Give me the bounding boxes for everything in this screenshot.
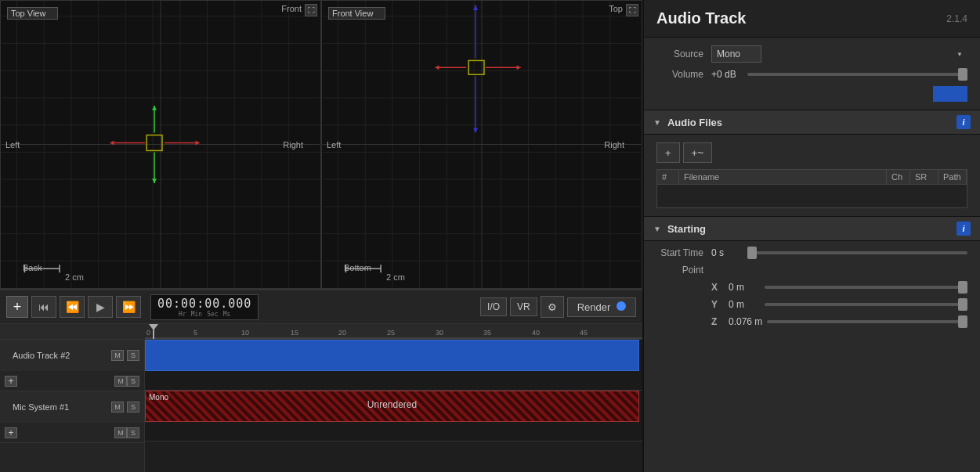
add-button[interactable]: + bbox=[6, 296, 28, 318]
source-volume-section: Source Mono Stereo ▼ Volume +0 dB bbox=[644, 38, 980, 110]
audio-files-info-button[interactable]: i bbox=[956, 115, 971, 129]
play-button[interactable]: ▶ bbox=[88, 296, 113, 318]
track-block-mono-label: Mono bbox=[149, 393, 168, 402]
ruler-row: 0 5 10 15 20 25 30 35 40 45 bbox=[145, 324, 642, 340]
timecode-value: 00:00:00.000 bbox=[157, 297, 251, 311]
timeline-area: Audio Track #2 M S + M S Mic System #1 bbox=[0, 324, 642, 472]
x-slider[interactable] bbox=[765, 286, 967, 289]
viewport-topright-expand[interactable]: ⛶ bbox=[626, 4, 638, 16]
svg-text:35: 35 bbox=[483, 329, 491, 337]
blue-action-button[interactable] bbox=[933, 86, 967, 102]
track-add-2[interactable]: + bbox=[5, 427, 17, 438]
track-mute-1[interactable]: M bbox=[111, 350, 124, 361]
col-sr: SR bbox=[910, 170, 938, 184]
x-value: 0 m bbox=[729, 282, 760, 293]
volume-label: Volume bbox=[656, 69, 711, 80]
track-mute-sub-1[interactable]: M bbox=[114, 376, 127, 387]
tracks-header: Audio Track #2 M S + M S Mic System #1 bbox=[0, 324, 145, 472]
z-field-group: Z 0.076 m bbox=[711, 316, 967, 327]
track-item-1: Audio Track #2 M S + M S bbox=[0, 340, 144, 391]
col-filename: Filename bbox=[679, 170, 887, 184]
timeline-content: 0 5 10 15 20 25 30 35 40 45 bbox=[145, 324, 642, 472]
io-button[interactable]: I/O bbox=[480, 297, 507, 316]
viewport-topleft-expand[interactable]: ⛶ bbox=[305, 4, 317, 16]
viewport-top-left[interactable]: Top View Front Left Right Back 2 cm ⛶ bbox=[0, 0, 321, 289]
viewport-topleft-label-br: Back bbox=[23, 263, 42, 272]
point-x-row: X 0 m bbox=[656, 282, 967, 293]
source-select[interactable]: Mono Stereo bbox=[711, 45, 761, 63]
volume-value: +0 dB bbox=[711, 69, 743, 80]
source-row: Source Mono Stereo ▼ bbox=[656, 45, 967, 63]
track-solo-1[interactable]: S bbox=[127, 350, 139, 361]
audio-files-section-header[interactable]: ▼ Audio Files i bbox=[644, 110, 980, 135]
y-slider[interactable] bbox=[765, 303, 967, 306]
start-time-value: 0 s bbox=[711, 247, 743, 258]
track-solo-sub-2[interactable]: S bbox=[127, 427, 139, 438]
track-mute-2[interactable]: M bbox=[111, 402, 124, 413]
start-time-slider-thumb[interactable] bbox=[747, 247, 757, 259]
svg-text:20: 20 bbox=[338, 329, 346, 337]
y-slider-thumb[interactable] bbox=[958, 298, 967, 311]
x-slider-container: 0 m bbox=[729, 282, 967, 293]
start-time-label: Start Time bbox=[656, 247, 711, 258]
col-number: # bbox=[657, 170, 679, 184]
playhead bbox=[153, 324, 154, 339]
fast-forward-button[interactable]: ⏩ bbox=[116, 296, 141, 318]
viewport-topleft-label-right: Right bbox=[283, 140, 303, 150]
source-select-wrapper: Mono Stereo ▼ bbox=[711, 45, 967, 63]
track-lane-1[interactable] bbox=[145, 340, 642, 391]
starting-toggle-icon: ▼ bbox=[653, 225, 661, 233]
source-select-arrow: ▼ bbox=[956, 51, 963, 58]
track-solo-2[interactable]: S bbox=[127, 402, 139, 413]
start-time-slider-container: 0 s bbox=[711, 247, 967, 258]
audio-files-table-body bbox=[656, 185, 967, 208]
start-time-slider[interactable] bbox=[747, 251, 967, 254]
track-header-2: Mic System #1 M S bbox=[0, 391, 144, 423]
svg-rect-23 bbox=[146, 135, 162, 151]
track-solo-sub-1[interactable]: S bbox=[127, 376, 139, 387]
timecode-labels: HrMinSecMs bbox=[179, 311, 230, 318]
playhead-triangle bbox=[149, 324, 158, 330]
starting-section-header[interactable]: ▼ Starting i bbox=[644, 217, 980, 241]
z-slider[interactable] bbox=[767, 320, 967, 323]
x-slider-thumb[interactable] bbox=[958, 281, 967, 294]
y-axis-label: Y bbox=[711, 299, 724, 310]
panel-title: Audio Track bbox=[656, 9, 746, 27]
track-add-1[interactable]: + bbox=[5, 376, 17, 387]
point-z-row: Z 0.076 m bbox=[656, 316, 967, 327]
source-label: Source bbox=[656, 49, 711, 59]
volume-slider[interactable] bbox=[747, 73, 967, 76]
add-audio-wave-button[interactable]: +~ bbox=[683, 142, 713, 163]
starting-info-button[interactable]: i bbox=[956, 222, 971, 236]
viewport-top-right[interactable]: Front View Top Left Right Bottom 2 cm ⛶ bbox=[321, 0, 642, 289]
vr-button[interactable]: VR bbox=[510, 297, 537, 316]
z-slider-thumb[interactable] bbox=[958, 315, 967, 328]
render-button[interactable]: Render bbox=[567, 297, 636, 317]
volume-slider-thumb[interactable] bbox=[958, 68, 967, 81]
track-lane-2[interactable]: Mono Unrendered bbox=[145, 391, 642, 441]
rewind-start-button[interactable]: ⏮ bbox=[31, 296, 56, 318]
add-audio-file-button[interactable]: + bbox=[656, 142, 680, 163]
track-item-2: Mic System #1 M S + M S bbox=[0, 391, 144, 443]
viewport-topleft-dropdown[interactable]: Top View bbox=[7, 7, 58, 20]
audio-files-buttons: + +~ bbox=[656, 142, 967, 163]
audio-files-content: + +~ # Filename Ch SR Path bbox=[644, 135, 980, 217]
viewport-topright-label-left: Left bbox=[327, 140, 341, 150]
viewport-topright-dropdown[interactable]: Front View bbox=[328, 7, 385, 20]
y-slider-container: 0 m bbox=[729, 299, 967, 310]
render-dot bbox=[617, 301, 626, 311]
settings-button[interactable]: ⚙ bbox=[541, 296, 564, 318]
rewind-button[interactable]: ⏪ bbox=[60, 296, 85, 318]
volume-slider-container: +0 dB bbox=[711, 69, 967, 80]
audio-files-title: Audio Files bbox=[667, 117, 722, 128]
track-name-1: Audio Track #2 bbox=[13, 351, 108, 360]
viewport-topleft-label-left: Left bbox=[5, 140, 20, 150]
z-value: 0.076 m bbox=[729, 316, 762, 327]
track-block-2: Mono Unrendered bbox=[145, 391, 639, 422]
svg-marker-64 bbox=[517, 65, 521, 70]
svg-text:25: 25 bbox=[387, 329, 395, 337]
right-panel: Audio Track 2.1.4 Source Mono Stereo ▼ V… bbox=[642, 0, 980, 472]
track-block-center-label: Unrendered bbox=[367, 399, 417, 410]
track-mute-sub-2[interactable]: M bbox=[114, 427, 127, 438]
y-value: 0 m bbox=[729, 299, 760, 310]
